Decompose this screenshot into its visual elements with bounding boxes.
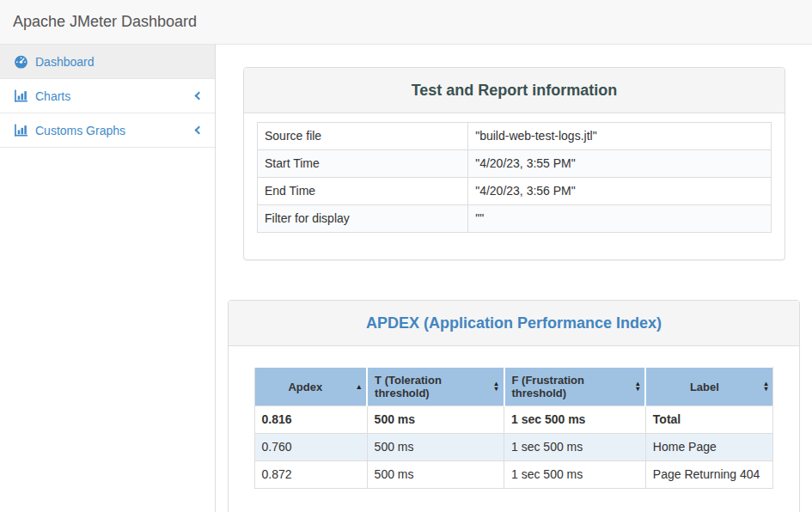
column-header-toleration-threshold[interactable]: T (Toleration threshold) ▴▾: [367, 368, 504, 406]
test-info-panel: Test and Report information Source file …: [243, 67, 785, 260]
apdex-value: 0.816: [254, 406, 367, 434]
apdex-panel: APDEX (Application Performance Index) Ap…: [228, 300, 800, 512]
sidebar-item-charts[interactable]: Charts: [0, 79, 215, 113]
main-content: Test and Report information Source file …: [216, 45, 812, 512]
test-info-title: Test and Report information: [412, 82, 618, 99]
table-row: 0.816 500 ms 1 sec 500 ms Total: [254, 406, 773, 434]
column-header-label: F (Frustration threshold): [512, 374, 585, 399]
frustration-value: 1 sec 500 ms: [504, 434, 646, 461]
column-header-label: Label: [690, 381, 719, 393]
label-value: Total: [645, 406, 773, 434]
bar-chart-icon: [14, 88, 28, 103]
sidebar-item-customs-graphs[interactable]: Customs Graphs: [0, 113, 215, 148]
frustration-value: 1 sec 500 ms: [504, 461, 646, 489]
apdex-title: APDEX (Application Performance Index): [366, 314, 662, 332]
info-row-label: Source file: [258, 123, 468, 150]
table-row: 0.760 500 ms 1 sec 500 ms Home Page: [254, 434, 773, 461]
info-row-label: End Time: [258, 178, 468, 205]
bar-chart-icon: [14, 123, 28, 137]
table-row: Filter for display "": [258, 205, 772, 233]
table-row: Source file "build-web-test-logs.jtl": [258, 123, 772, 150]
sidebar-item-dashboard[interactable]: Dashboard: [0, 45, 215, 79]
toleration-value: 500 ms: [367, 434, 504, 461]
table-row: Start Time "4/20/23, 3:55 PM": [258, 150, 772, 178]
chevron-left-icon: [195, 126, 204, 135]
tachometer-icon: [14, 54, 28, 69]
column-header-label-col[interactable]: Label ▴▾: [645, 368, 773, 406]
apdex-value: 0.872: [254, 461, 367, 489]
sidebar-item-label: Dashboard: [35, 55, 95, 69]
toleration-value: 500 ms: [367, 406, 504, 434]
info-row-label: Filter for display: [258, 205, 468, 233]
table-row: 0.872 500 ms 1 sec 500 ms Page Returning…: [254, 461, 773, 489]
test-info-panel-header: Test and Report information: [244, 68, 785, 113]
info-row-value: "4/20/23, 3:56 PM": [468, 178, 772, 205]
toleration-value: 500 ms: [367, 461, 504, 489]
app-title: Apache JMeter Dashboard: [0, 13, 197, 31]
column-header-frustration-threshold[interactable]: F (Frustration threshold) ▴▾: [504, 368, 646, 406]
table-row: End Time "4/20/23, 3:56 PM": [258, 178, 772, 205]
info-row-value: "": [468, 205, 772, 233]
sort-icon: ▴▾: [636, 381, 639, 392]
sort-icon: ▴▾: [764, 381, 767, 392]
label-value: Page Returning 404: [645, 461, 773, 489]
sidebar: Dashboard Charts: [0, 45, 216, 512]
app-header: Apache JMeter Dashboard: [0, 0, 812, 45]
test-info-panel-body: Source file "build-web-test-logs.jtl" St…: [244, 113, 785, 259]
apdex-panel-header: APDEX (Application Performance Index): [229, 301, 799, 346]
info-row-label: Start Time: [258, 150, 468, 178]
sort-icon: ▴▾: [494, 381, 498, 392]
table-header-row: Apdex ▴ T (Toleration threshold) ▴▾ F (F…: [254, 368, 773, 406]
label-value: Home Page: [645, 434, 773, 461]
info-row-value: "4/20/23, 3:55 PM": [468, 150, 772, 178]
chevron-left-icon: [195, 92, 204, 101]
apdex-value: 0.760: [254, 434, 367, 461]
frustration-value: 1 sec 500 ms: [504, 406, 646, 434]
sort-ascending-icon: ▴: [357, 383, 362, 391]
info-row-value: "build-web-test-logs.jtl": [468, 123, 772, 150]
column-header-apdex[interactable]: Apdex ▴: [254, 368, 367, 406]
apdex-table: Apdex ▴ T (Toleration threshold) ▴▾ F (F…: [254, 367, 774, 489]
column-header-label: T (Toleration threshold): [375, 374, 442, 399]
sidebar-item-label: Charts: [35, 89, 70, 103]
test-info-table: Source file "build-web-test-logs.jtl" St…: [257, 122, 772, 233]
sidebar-item-label: Customs Graphs: [35, 124, 125, 137]
column-header-label: Apdex: [288, 381, 322, 393]
apdex-panel-body: Apdex ▴ T (Toleration threshold) ▴▾ F (F…: [229, 346, 799, 512]
